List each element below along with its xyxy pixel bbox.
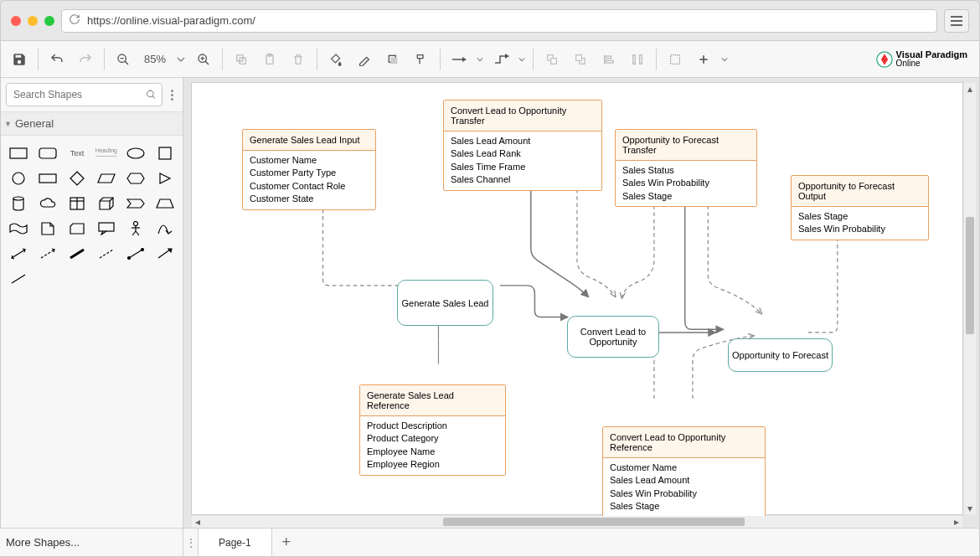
to-back-button[interactable] <box>567 46 594 73</box>
url-bar[interactable]: https://online.visual-paradigm.com/ <box>61 9 937 33</box>
shape-ellipse[interactable] <box>121 141 150 166</box>
add-page-button[interactable]: + <box>272 529 301 556</box>
sidebar-menu-button[interactable] <box>166 90 178 101</box>
hscroll-thumb[interactable] <box>443 518 745 526</box>
selection-mode-button[interactable] <box>662 46 689 73</box>
line-color-button[interactable] <box>351 46 378 73</box>
shape-tape[interactable] <box>4 216 34 241</box>
reload-icon[interactable] <box>69 13 80 28</box>
shape-document[interactable] <box>63 191 92 216</box>
shape-connector[interactable] <box>121 241 150 266</box>
shape-diamond[interactable] <box>63 166 92 191</box>
shadow-button[interactable] <box>379 46 406 73</box>
node-generate-sales-lead-reference[interactable]: Generate Sales Lead Reference Product De… <box>359 384 506 476</box>
more-shapes-button[interactable]: More Shapes... <box>0 528 180 556</box>
waypoint-style-button[interactable] <box>487 46 514 73</box>
zoom-dropdown-button[interactable] <box>173 46 188 73</box>
shape-line[interactable] <box>4 266 34 291</box>
shape-arrow-dashed[interactable] <box>34 241 63 266</box>
shape-curve[interactable] <box>150 216 179 241</box>
node-convert-lead-reference[interactable]: Convert Lead to Opportunity Reference Cu… <box>602 426 766 518</box>
connector-dropdown[interactable] <box>474 46 486 73</box>
shape-arrow-solid[interactable] <box>150 241 179 266</box>
shape-square[interactable] <box>150 141 179 166</box>
distribute-button[interactable] <box>624 46 651 73</box>
add-dropdown[interactable] <box>719 46 730 73</box>
node-proc-generate-sales-lead[interactable]: Generate Sales Lead <box>397 280 493 326</box>
save-button[interactable] <box>6 46 33 73</box>
minimize-window-button[interactable] <box>28 16 38 26</box>
node-row: Customer Name <box>250 154 369 167</box>
shape-trapezoid[interactable] <box>150 191 179 216</box>
shape-heading[interactable]: Heading───── <box>91 141 121 166</box>
canvas-area: Generate Sales Lead Input Customer Name … <box>183 78 979 528</box>
node-row: Sales Stage <box>798 210 921 223</box>
redo-button[interactable] <box>72 46 99 73</box>
zoom-level[interactable]: 85% <box>138 53 172 65</box>
shape-line-thick[interactable] <box>63 241 92 266</box>
shape-rectangle[interactable] <box>4 141 34 166</box>
svg-line-56 <box>12 275 25 283</box>
align-button[interactable] <box>596 46 622 73</box>
undo-button[interactable] <box>44 46 70 73</box>
node-opportunity-forecast-output[interactable]: Opportunity to Forecast Output Sales Sta… <box>791 175 929 240</box>
shape-triangle[interactable] <box>150 166 179 191</box>
shape-rounded-rect[interactable] <box>34 141 63 166</box>
horizontal-scrollbar[interactable]: ◂ ▸ <box>192 516 962 528</box>
logo-icon <box>876 51 893 68</box>
paste-button[interactable] <box>256 46 283 73</box>
svg-rect-15 <box>390 57 397 64</box>
node-convert-lead-transfer[interactable]: Convert Lead to Opportunity Transfer Sal… <box>443 100 602 191</box>
shape-card[interactable] <box>63 216 92 241</box>
search-shapes-input[interactable] <box>6 83 162 106</box>
node-proc-convert-lead[interactable]: Convert Lead to Opportunity <box>567 316 659 358</box>
shape-step[interactable] <box>121 191 150 216</box>
node-proc-opportunity-forecast[interactable]: Opportunity to Forecast <box>728 338 833 372</box>
scroll-left-button[interactable]: ◂ <box>192 516 204 528</box>
canvas[interactable]: Generate Sales Lead Input Customer Name … <box>192 83 962 514</box>
shape-parallelogram[interactable] <box>91 166 121 191</box>
delete-button[interactable] <box>285 46 312 73</box>
format-painter-button[interactable] <box>408 46 435 73</box>
shape-cloud[interactable] <box>34 191 63 216</box>
shape-cube[interactable] <box>91 191 121 216</box>
zoom-in-button[interactable] <box>190 46 217 73</box>
connector-style-button[interactable] <box>446 46 472 73</box>
svg-rect-42 <box>99 223 114 231</box>
node-opportunity-forecast-transfer[interactable]: Opportunity to Forecast Transfer Sales S… <box>615 129 757 207</box>
fill-color-button[interactable] <box>322 46 349 73</box>
panel-general-header[interactable]: ▼ General <box>1 111 183 136</box>
vscroll-thumb[interactable] <box>966 217 974 334</box>
scroll-down-button[interactable]: ▾ <box>964 503 976 514</box>
toolbar-separator <box>222 49 223 70</box>
shape-circle[interactable] <box>4 166 34 191</box>
shape-line-dashed2[interactable] <box>91 241 121 266</box>
close-window-button[interactable] <box>11 16 21 26</box>
shape-text[interactable]: Text <box>63 141 92 166</box>
scroll-right-button[interactable]: ▸ <box>951 516 962 528</box>
shape-arrow-bidir[interactable] <box>4 241 34 266</box>
search-input-field[interactable] <box>12 88 146 101</box>
browser-menu-button[interactable] <box>944 9 969 33</box>
scroll-up-button[interactable]: ▴ <box>964 83 976 95</box>
tab-page-1[interactable]: Page-1 <box>199 529 272 556</box>
zoom-out-button[interactable] <box>110 46 137 73</box>
waypoint-dropdown[interactable] <box>516 46 528 73</box>
shape-actor[interactable] <box>121 216 150 241</box>
shape-callout[interactable] <box>91 216 121 241</box>
to-front-button[interactable] <box>539 46 565 73</box>
shape-cylinder[interactable] <box>4 191 34 216</box>
node-title: Opportunity to Forecast Output <box>792 176 928 207</box>
shape-process[interactable] <box>34 166 63 191</box>
shape-note[interactable] <box>34 216 63 241</box>
svg-rect-18 <box>551 58 557 64</box>
copy-button[interactable] <box>228 46 255 73</box>
shape-hexagon[interactable] <box>121 166 150 191</box>
maximize-window-button[interactable] <box>44 16 54 26</box>
svg-rect-22 <box>606 56 611 59</box>
node-generate-sales-lead-input[interactable]: Generate Sales Lead Input Customer Name … <box>242 129 376 210</box>
logo-text: Visual ParadigmOnline <box>896 50 967 68</box>
add-shape-button[interactable] <box>690 46 717 73</box>
tab-handle[interactable]: ⋮ <box>183 529 199 556</box>
vertical-scrollbar[interactable]: ▴ ▾ <box>964 83 976 514</box>
